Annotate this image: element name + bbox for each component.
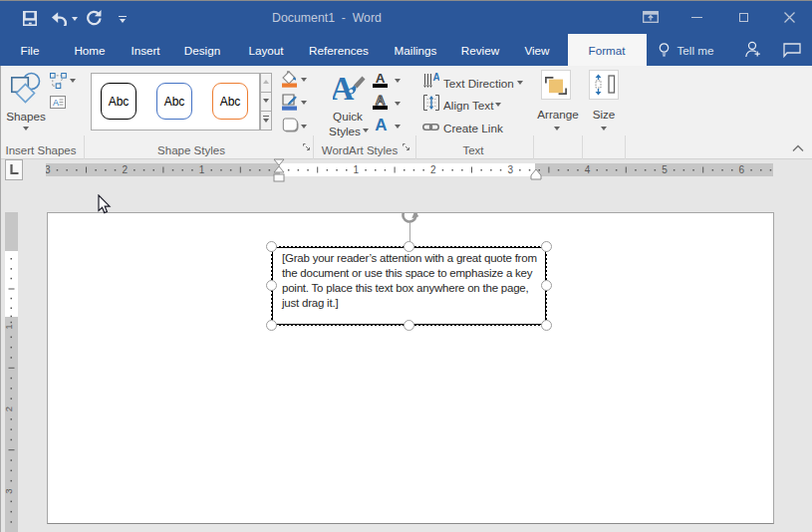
svg-text:2: 2	[122, 164, 128, 175]
svg-text:2: 2	[430, 164, 436, 175]
svg-text:3: 3	[46, 164, 51, 175]
svg-text:A: A	[433, 73, 440, 83]
svg-text:A: A	[333, 73, 355, 103]
svg-text:1: 1	[5, 324, 14, 329]
svg-text:2: 2	[5, 406, 14, 411]
svg-text:4: 4	[585, 164, 591, 175]
svg-text:1: 1	[199, 164, 205, 175]
svg-text:1: 1	[354, 164, 360, 175]
svg-text:3: 3	[5, 488, 14, 493]
svg-text:6: 6	[739, 164, 745, 175]
svg-text:3: 3	[507, 164, 513, 175]
svg-text:5: 5	[662, 164, 668, 175]
svg-text:A: A	[53, 98, 59, 108]
